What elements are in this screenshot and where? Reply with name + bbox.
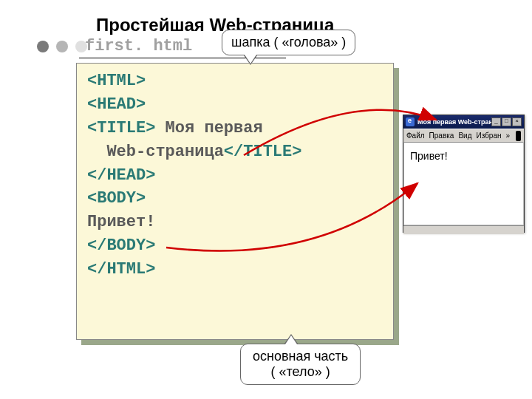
maximize-button[interactable]: □: [502, 117, 511, 126]
code-head-open: <HEAD>: [87, 95, 146, 114]
code-body-close: </BODY>: [87, 236, 155, 255]
code-body-text: Привет!: [87, 213, 155, 231]
menu-edit[interactable]: Правка: [429, 132, 454, 140]
callout-head: шапка ( «голова» ): [222, 30, 355, 55]
window-buttons: _ □ ×: [491, 117, 522, 126]
code-box: <HTML> <HEAD> <TITLE> Моя первая Web-стр…: [76, 63, 394, 340]
callout-body-l1: основная часть: [253, 349, 348, 364]
code-head-close: </HEAD>: [87, 166, 155, 185]
menu-favorites[interactable]: Избран: [476, 132, 501, 140]
callout-body-l2: ( «тело» ): [253, 364, 348, 380]
minimize-button[interactable]: _: [491, 117, 501, 126]
browser-logo-icon: [516, 131, 521, 141]
bullet-mid: [56, 41, 68, 52]
bullet-dark: [37, 41, 49, 52]
filename-label: first. html: [85, 37, 192, 55]
ie-icon: [406, 117, 415, 126]
browser-window: Моя первая Web-страница ... _ □ × Файл П…: [403, 115, 525, 233]
code-title-text-1: Моя первая: [155, 119, 262, 137]
code-title-text-2: Web-страница: [87, 143, 224, 161]
code-html-close: </HTML>: [87, 260, 155, 279]
decorative-bullets: [37, 41, 87, 52]
code-title-close: </TITLE>: [224, 143, 302, 161]
menu-view[interactable]: Вид: [458, 132, 471, 140]
callout-body: основная часть ( «тело» ): [240, 344, 361, 385]
code-body-open: <BODY>: [87, 189, 146, 208]
browser-statusbar: [403, 225, 524, 234]
code-html-open: <HTML>: [87, 72, 146, 90]
menu-file[interactable]: Файл: [406, 132, 425, 140]
browser-body: Привет!: [404, 142, 523, 225]
close-button[interactable]: ×: [512, 117, 522, 126]
code-title-open: <TITLE>: [87, 119, 155, 137]
browser-menubar: Файл Правка Вид Избран »: [403, 129, 524, 142]
browser-titlebar: Моя первая Web-страница ... _ □ ×: [403, 115, 524, 129]
chevron-right-icon[interactable]: »: [506, 132, 511, 140]
browser-title: Моя первая Web-страница ...: [417, 118, 491, 126]
